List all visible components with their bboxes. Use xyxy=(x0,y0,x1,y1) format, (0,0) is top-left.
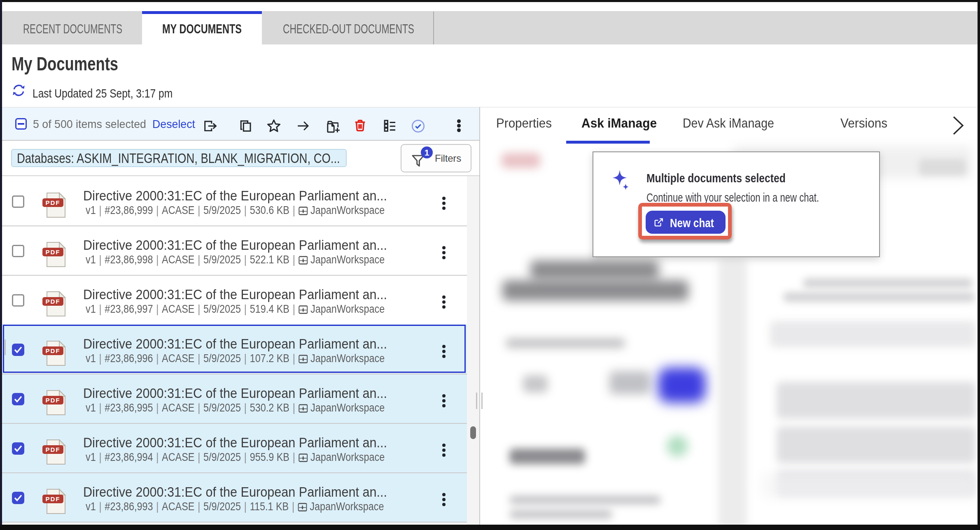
svg-text:PDF: PDF xyxy=(46,446,61,453)
svg-text:PDF: PDF xyxy=(46,298,61,305)
svg-text:PDF: PDF xyxy=(46,397,61,404)
svg-text:PDF: PDF xyxy=(46,495,61,502)
svg-text:PDF: PDF xyxy=(46,249,61,256)
svg-text:PDF: PDF xyxy=(46,199,61,206)
